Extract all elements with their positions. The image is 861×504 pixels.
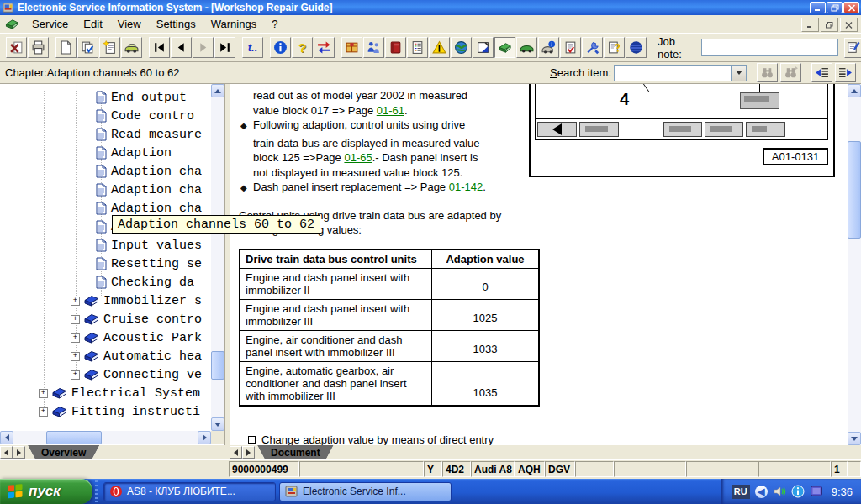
new-note-button[interactable] <box>99 37 120 58</box>
menu-help[interactable]: ? <box>264 16 285 32</box>
exit-button[interactable] <box>6 37 27 58</box>
taskbar-item-opera[interactable]: AS8 - КЛУБ ЛЮБИТЕ... <box>103 482 276 501</box>
warning-button[interactable] <box>429 37 450 58</box>
language-indicator[interactable]: RU <box>732 485 750 499</box>
display-tray-icon[interactable] <box>810 485 823 498</box>
tree-horizontal-scrollbar[interactable] <box>0 431 211 444</box>
mdi-restore-icon[interactable] <box>821 18 838 32</box>
tab-scroll-left-icon[interactable] <box>230 446 242 459</box>
taskbar-item-esis[interactable]: Electronic Service Inf... <box>279 482 452 501</box>
scroll-thumb[interactable] <box>46 431 102 444</box>
tree-item[interactable]: +Cruise contro <box>0 310 211 328</box>
scroll-down-icon[interactable] <box>211 417 224 431</box>
expand-icon[interactable]: + <box>71 352 80 361</box>
scroll-thumb[interactable] <box>211 351 224 380</box>
tree-item[interactable]: +Immobilizer s <box>0 291 211 310</box>
menu-service[interactable]: Service <box>24 16 76 32</box>
scroll-up-icon[interactable] <box>211 84 224 97</box>
tree-vertical-scrollbar[interactable] <box>211 84 224 431</box>
print-button[interactable] <box>28 37 49 58</box>
fill-tool-button[interactable] <box>473 37 494 58</box>
scroll-right-icon[interactable] <box>198 431 211 444</box>
restore-icon[interactable] <box>827 2 843 13</box>
wiring-list-button[interactable] <box>407 37 428 58</box>
scroll-down-icon[interactable] <box>848 432 861 445</box>
globe-button[interactable] <box>451 37 472 58</box>
clock[interactable]: 9:36 <box>832 486 853 498</box>
tree-item[interactable]: +Fitting instructi <box>0 402 211 421</box>
tools-button[interactable] <box>582 37 603 58</box>
expand-icon[interactable]: + <box>39 389 48 398</box>
red-book-button[interactable] <box>385 37 406 58</box>
expand-icon[interactable]: + <box>71 315 80 324</box>
search-item-combobox[interactable] <box>614 65 747 81</box>
expand-icon[interactable]: + <box>71 333 80 343</box>
combobox-dropdown-icon[interactable] <box>731 66 746 81</box>
tree-item[interactable]: +Automatic hea <box>0 347 211 365</box>
tree-item[interactable]: Adaption cha <box>0 181 211 199</box>
scroll-left-icon[interactable] <box>0 431 13 444</box>
protocol-button[interactable] <box>560 37 581 58</box>
tree-item[interactable]: +Electrical System <box>0 384 211 402</box>
close-icon[interactable] <box>843 2 859 13</box>
menu-edit[interactable]: Edit <box>76 16 109 32</box>
search-next-button[interactable] <box>780 63 801 82</box>
service-vehicle-button[interactable] <box>516 37 537 58</box>
tree-item[interactable]: Read measure <box>0 125 211 144</box>
page-link-01-61[interactable]: 01-61 <box>377 104 404 117</box>
tree-item[interactable]: Input values <box>0 236 211 255</box>
document-help-button[interactable] <box>604 37 625 58</box>
search-item-value[interactable] <box>615 66 731 81</box>
mdi-minimize-icon[interactable] <box>801 18 819 32</box>
tab-overview[interactable]: Overview <box>28 445 99 459</box>
scroll-up-icon[interactable] <box>848 84 861 97</box>
tab-document[interactable]: Document <box>257 445 334 459</box>
jump-back-button[interactable] <box>811 63 832 82</box>
jump-forward-button[interactable] <box>835 63 856 82</box>
first-page-button[interactable] <box>149 37 170 58</box>
minimize-icon[interactable] <box>810 2 826 13</box>
info-button[interactable] <box>270 37 291 58</box>
tree-item[interactable]: Checking da <box>0 273 211 291</box>
vehicle-button[interactable] <box>121 37 142 58</box>
network-sphere-button[interactable] <box>626 37 647 58</box>
page-link-01-142[interactable]: 01-142 <box>449 181 483 193</box>
workshop-manual-button[interactable] <box>494 37 515 58</box>
vehicle-info-button[interactable] <box>538 37 559 58</box>
expand-icon[interactable]: + <box>71 370 80 380</box>
last-page-button[interactable] <box>214 37 235 58</box>
tree-item[interactable]: +Connecting ve <box>0 365 211 384</box>
tree-item[interactable]: +Acoustic Park <box>0 328 211 347</box>
page-link-01-65[interactable]: 01-65 <box>344 151 372 164</box>
menu-warnings[interactable]: Warnings <box>203 16 264 32</box>
start-button[interactable]: пуск <box>0 479 92 504</box>
hide-icons-chevron-icon[interactable]: ◀ <box>755 486 768 498</box>
new-document-button[interactable] <box>55 37 77 58</box>
tree-item[interactable]: End output <box>0 88 211 107</box>
mdi-close-icon[interactable] <box>840 18 858 32</box>
tab-scroll-right-icon[interactable] <box>13 446 25 459</box>
next-page-button[interactable] <box>193 37 214 58</box>
parts-button[interactable] <box>341 37 362 58</box>
target-jump-button[interactable]: t.. <box>242 37 263 58</box>
tree-item[interactable]: Code contro <box>0 107 211 125</box>
job-note-edit-button[interactable] <box>844 38 861 58</box>
info-tray-icon[interactable] <box>791 485 805 498</box>
tab-scroll-right-icon[interactable] <box>242 446 255 459</box>
previous-page-button[interactable] <box>171 37 192 58</box>
swap-arrows-button[interactable] <box>314 37 335 58</box>
tree-item[interactable]: Resetting se <box>0 255 211 273</box>
volume-icon[interactable] <box>773 485 786 498</box>
scroll-thumb[interactable] <box>848 141 861 239</box>
expand-icon[interactable]: + <box>71 297 80 306</box>
search-previous-button[interactable] <box>757 63 778 82</box>
menu-settings[interactable]: Settings <box>149 16 203 32</box>
job-note-input[interactable] <box>701 39 838 56</box>
tab-scroll-left-icon[interactable] <box>0 446 13 459</box>
menu-view[interactable]: View <box>110 16 149 32</box>
copy-check-button[interactable] <box>77 37 98 58</box>
tree-item[interactable]: Adaption cha <box>0 162 211 181</box>
help-button[interactable]: ? <box>292 37 313 58</box>
expand-icon[interactable]: + <box>39 407 48 417</box>
tree-item[interactable]: Adaption <box>0 144 211 162</box>
